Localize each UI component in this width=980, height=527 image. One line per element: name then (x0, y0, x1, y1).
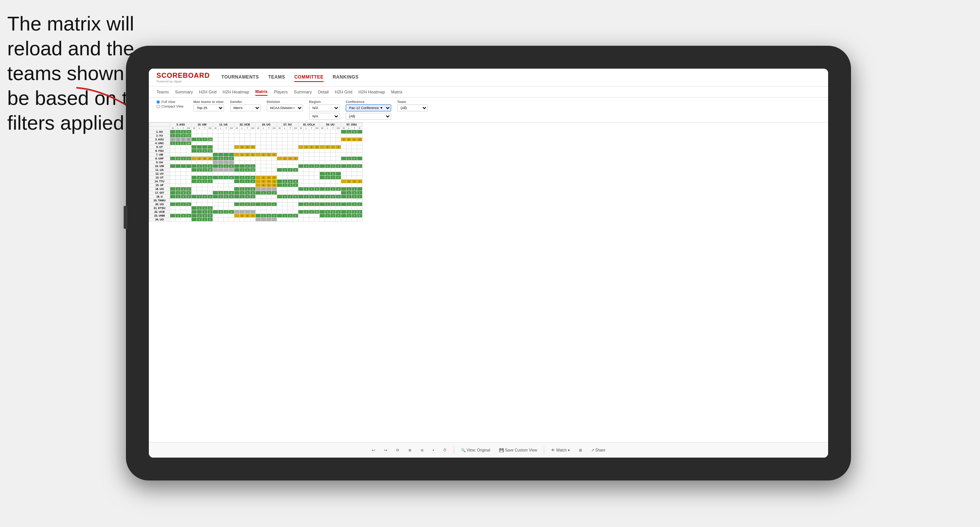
toolbar-save-custom[interactable]: 💾 Save Custom View (497, 447, 539, 453)
main-nav: TOURNAMENTS TEAMS COMMITTEE RANKINGS (221, 73, 359, 82)
matrix-cell-r12-c3-s3: 0 (250, 176, 256, 180)
matrix-cell-r19-c5-s2 (288, 202, 293, 206)
matrix-cell-r5-c1-s1: 1 (197, 149, 202, 153)
filter-max-teams-select[interactable]: Top 25 (193, 104, 224, 111)
matrix-cell-r7-c7-s0 (320, 157, 325, 161)
matrix-cell-r20-c1-s0 (192, 206, 197, 210)
matrix-cell-r22-c4-s2: 0 (266, 214, 272, 218)
filter-region-select[interactable]: N/A (309, 104, 340, 111)
matrix-cell-r20-c4-s0 (256, 206, 261, 210)
matrix-cell-r16-c3-s0 (234, 191, 240, 195)
filter-gender-select[interactable]: Men's (230, 104, 261, 111)
matrix-cell-r15-c0-s1: 2 (176, 187, 181, 191)
matrix-cell-r18-c0-s1 (176, 199, 181, 202)
matrix-cell-r8-c0-s1 (176, 161, 181, 164)
matrix-area[interactable]: 3. ASU 10. UW 11. UA 22. UCB 24. UO 27. … (149, 122, 828, 447)
toolbar-share[interactable]: ↗ Share (589, 447, 608, 453)
subnav-matrix[interactable]: Matrix (255, 88, 268, 96)
table-row: 11. UA 1018 3011 340 (149, 168, 363, 172)
matrix-cell-r23-c6-s0 (298, 218, 304, 222)
row-label-10: 11. UA (149, 168, 170, 172)
view-full[interactable]: Full View (156, 100, 184, 104)
filter-division-select[interactable]: NCAA Division I (267, 104, 303, 111)
subnav-detail[interactable]: Detail (318, 88, 329, 95)
subnav-summary2[interactable]: Summary (294, 88, 312, 95)
toolbar-watch[interactable]: 👁 Watch ▾ (549, 447, 572, 453)
matrix-cell-r3-c3-s3 (250, 141, 256, 145)
matrix-cell-r23-c8-s0 (341, 218, 347, 222)
filter-region-select2[interactable]: N/A (309, 113, 340, 120)
matrix-cell-r1-c2-s3 (229, 134, 234, 138)
toolbar-redo[interactable]: ↪ (382, 447, 389, 453)
matrix-cell-r18-c5-s2 (288, 199, 293, 202)
toolbar-refresh[interactable]: ⟳ (394, 447, 401, 453)
view-compact[interactable]: Compact View (156, 104, 184, 108)
matrix-cell-r20-c1-s2: 0 (202, 206, 208, 210)
matrix-cell-r4-c3-s2: 0 (245, 145, 250, 149)
toolbar-zoom-out[interactable]: ⊖ (418, 447, 426, 453)
subnav-players[interactable]: Players (274, 88, 288, 95)
matrix-cell-r7-c3-s3 (250, 157, 256, 161)
matrix-cell-r2-c1-s1: 5 (197, 138, 202, 141)
matrix-cell-r3-c3-s0 (234, 141, 240, 145)
row-label-22: 23. UNM (149, 214, 170, 218)
matrix-cell-r0-c3-s3 (250, 130, 256, 134)
matrix-cell-r5-c3-s0 (234, 149, 240, 153)
matrix-cell-r6-c1-s0 (192, 153, 197, 157)
nav-committee[interactable]: COMMITTEE (294, 73, 324, 82)
subnav-h2hgrid2[interactable]: H2H Grid (335, 88, 352, 95)
matrix-cell-r5-c6-s1 (304, 149, 309, 153)
matrix-cell-r20-c1-s3: 0 (208, 206, 213, 210)
matrix-cell-r19-c7-s3: 0 (336, 202, 341, 206)
nav-teams[interactable]: TEAMS (268, 73, 285, 82)
matrix-cell-r3-c0-s0: 1 (170, 141, 176, 145)
matrix-cell-r8-c4-s1 (261, 161, 266, 164)
matrix-cell-r16-c8-s2: 0 (352, 191, 357, 195)
full-view-label: Full View (161, 100, 175, 104)
matrix-cell-r9-c2-s2: 0 (224, 164, 229, 168)
matrix-cell-r4-c8-s3 (357, 145, 363, 149)
subnav-h2hheatmap2[interactable]: H2H Heatmap (358, 88, 385, 95)
toolbar-undo[interactable]: ↩ (369, 447, 377, 453)
subnav-h2hgrid[interactable]: H2H Grid (199, 88, 216, 95)
matrix-cell-r20-c5-s0 (277, 206, 282, 210)
matrix-cell-r22-c8-s3: 0 (357, 214, 363, 218)
matrix-cell-r8-c6-s3 (314, 161, 320, 164)
subnav-teams[interactable]: Teams (156, 88, 169, 95)
filter-team-select[interactable]: (All) (397, 104, 428, 111)
matrix-cell-r23-c6-s3 (314, 218, 320, 222)
matrix-cell-r3-c3-s1 (240, 141, 245, 145)
filter-conference-select2[interactable]: (All) (346, 113, 391, 120)
matrix-cell-r11-c5-s2 (288, 172, 293, 176)
filter-team-label: Team (397, 100, 428, 104)
toolbar-dot[interactable]: • (430, 447, 437, 453)
subnav-summary[interactable]: Summary (175, 88, 193, 95)
matrix-cell-r0-c4-s2 (266, 130, 272, 134)
toolbar-zoom-in[interactable]: ⊕ (406, 447, 414, 453)
subnav-matrix2[interactable]: Matrix (391, 88, 403, 95)
matrix-cell-r7-c1-s1: 2 (197, 157, 202, 161)
filter-max-teams-label: Max teams in view (193, 100, 224, 104)
toolbar-clock[interactable]: ⏱ (441, 447, 449, 453)
toolbar-grid[interactable]: ⊞ (577, 447, 584, 453)
filter-region-label: Region (309, 100, 340, 104)
subnav-h2hheatmap[interactable]: H2H Heatmap (222, 88, 249, 95)
filter-conference-select[interactable]: Pac-12 Conference ▼ (346, 104, 391, 111)
matrix-cell-r6-c1-s2 (202, 153, 208, 157)
matrix-cell-r14-c2-s3 (229, 183, 234, 187)
radio-compact[interactable] (156, 105, 160, 108)
matrix-cell-r13-c3-s3: 0 (250, 180, 256, 183)
matrix-cell-r7-c6-s0 (298, 157, 304, 161)
matrix-cell-r23-c0-s0 (170, 218, 176, 222)
matrix-cell-r4-c5-s1 (282, 145, 288, 149)
matrix-cell-r0-c1-s3 (208, 130, 213, 134)
nav-rankings[interactable]: RANKINGS (333, 73, 359, 82)
nav-tournaments[interactable]: TOURNAMENTS (221, 73, 259, 82)
matrix-cell-r0-c6-s1 (304, 130, 309, 134)
matrix-cell-r1-c8-s2 (352, 134, 357, 138)
radio-full[interactable] (156, 100, 160, 104)
stat-l-6: L (282, 127, 288, 130)
toolbar-view-original[interactable]: 🔍 View: Original (459, 447, 492, 453)
matrix-cell-r13-c6-s0 (298, 180, 304, 183)
logo-area: SCOREBOARD Powered by clippd (156, 72, 210, 83)
